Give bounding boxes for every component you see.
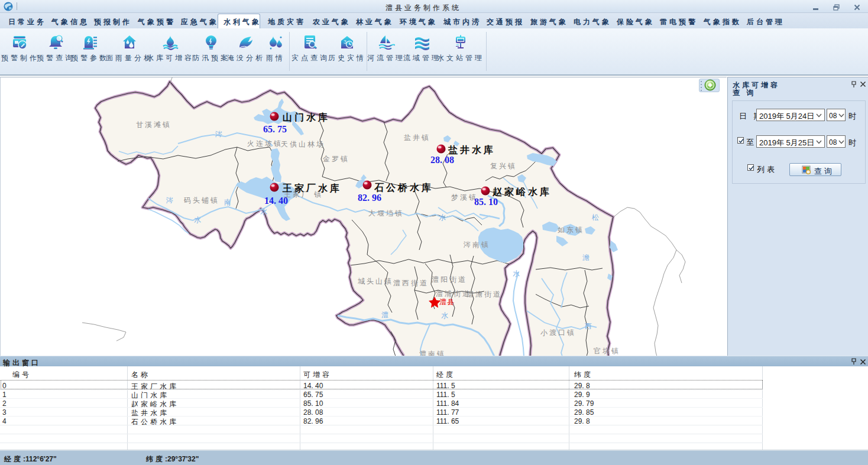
svg-text:涔: 涔 bbox=[215, 130, 222, 138]
svg-text:小渡口镇: 小渡口镇 bbox=[540, 329, 576, 337]
svg-text:盐井水库: 盐井水库 bbox=[448, 144, 495, 155]
svg-text:65. 75: 65. 75 bbox=[263, 124, 287, 134]
svg-text:28. 08: 28. 08 bbox=[430, 155, 454, 165]
svg-text:甘溪滩镇: 甘溪滩镇 bbox=[136, 121, 171, 129]
svg-text:石公桥水库: 石公桥水库 bbox=[374, 182, 433, 193]
svg-text:码头铺镇: 码头铺镇 bbox=[184, 196, 219, 204]
svg-text:西: 西 bbox=[585, 322, 592, 330]
svg-text:澧浦街道: 澧浦街道 bbox=[436, 290, 471, 298]
svg-text:水: 水 bbox=[260, 207, 267, 216]
svg-text:82. 96: 82. 96 bbox=[358, 193, 381, 203]
svg-text:澧县: 澧县 bbox=[439, 298, 455, 306]
svg-text:水: 水 bbox=[441, 311, 448, 320]
svg-text:澧西街道: 澧西街道 bbox=[393, 279, 429, 287]
svg-text:水: 水 bbox=[194, 216, 201, 224]
svg-text:涔: 涔 bbox=[166, 196, 173, 204]
svg-text:澹: 澹 bbox=[582, 253, 590, 262]
svg-text:澧: 澧 bbox=[381, 311, 388, 319]
svg-text:水: 水 bbox=[439, 213, 446, 222]
svg-text:涔南镇: 涔南镇 bbox=[463, 240, 490, 249]
svg-text:山门水库: 山门水库 bbox=[283, 112, 330, 122]
svg-text:南: 南 bbox=[224, 198, 231, 206]
svg-text:14. 40: 14. 40 bbox=[264, 196, 288, 206]
svg-text:澧澹街道: 澧澹街道 bbox=[467, 290, 502, 298]
svg-text:官垸镇: 官垸镇 bbox=[594, 347, 620, 355]
svg-text:盐井镇: 盐井镇 bbox=[404, 134, 430, 142]
svg-text:复兴镇: 复兴镇 bbox=[490, 162, 517, 170]
svg-text:水: 水 bbox=[513, 269, 520, 278]
svg-text:天供山林场: 天供山林场 bbox=[281, 140, 325, 148]
svg-text:如东镇: 如东镇 bbox=[558, 226, 584, 234]
svg-text:城头山镇: 城头山镇 bbox=[358, 277, 393, 285]
svg-text:大堰垱镇: 大堰垱镇 bbox=[368, 209, 404, 217]
svg-text:金罗镇: 金罗镇 bbox=[322, 155, 349, 163]
svg-text:松: 松 bbox=[592, 213, 599, 222]
svg-text:王家厂水库: 王家厂水库 bbox=[282, 183, 342, 193]
svg-text:澧阳街道: 澧阳街道 bbox=[432, 275, 467, 284]
svg-text:火连坡镇: 火连坡镇 bbox=[247, 139, 283, 148]
svg-text:85. 10: 85. 10 bbox=[474, 197, 498, 207]
svg-text:赵家峪水库: 赵家峪水库 bbox=[492, 186, 552, 197]
